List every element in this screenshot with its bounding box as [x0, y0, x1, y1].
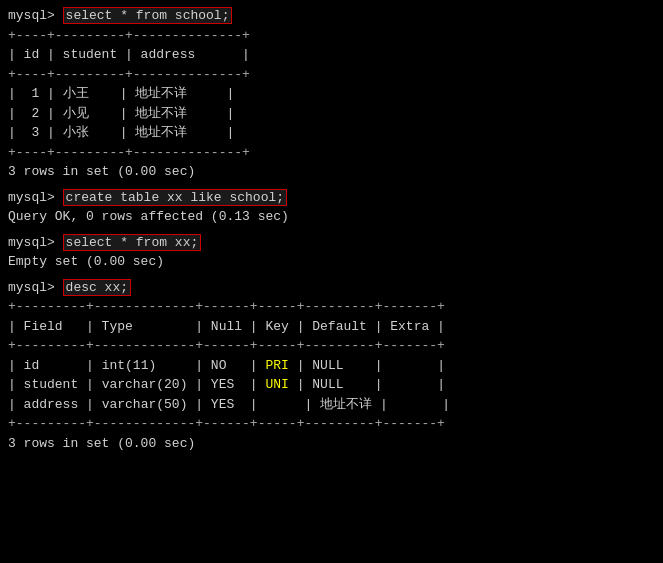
- line-1: mysql> select * from school;: [8, 6, 655, 26]
- sep-1: +----+---------+--------------+: [8, 26, 655, 46]
- row-2: | 2 | 小见 | 地址不详 |: [8, 104, 655, 124]
- result-2: 3 rows in set (0.00 sec): [8, 434, 655, 454]
- result-1: 3 rows in set (0.00 sec): [8, 162, 655, 182]
- cmd-4: desc xx;: [63, 279, 131, 296]
- sep-3: +----+---------+--------------+: [8, 143, 655, 163]
- sep-2: +----+---------+--------------+: [8, 65, 655, 85]
- row-3: | 3 | 小张 | 地址不详 |: [8, 123, 655, 143]
- prompt-2: mysql>: [8, 190, 63, 205]
- prompt-4: mysql>: [8, 280, 63, 295]
- row-1: | 1 | 小王 | 地址不详 |: [8, 84, 655, 104]
- desc-row-address: | address | varchar(50) | YES | | 地址不详 |…: [8, 395, 655, 415]
- header-school: | id | student | address |: [8, 45, 655, 65]
- line-2: mysql> create table xx like school;: [8, 188, 655, 208]
- terminal: mysql> select * from school; +----+-----…: [8, 6, 655, 453]
- cmd-3: select * from xx;: [63, 234, 202, 251]
- empty-set: Empty set (0.00 sec): [8, 252, 655, 272]
- desc-sep-2: +---------+-------------+------+-----+--…: [8, 336, 655, 356]
- desc-row-id: | id | int(11) | NO | PRI | NULL | |: [8, 356, 655, 376]
- desc-row-student: | student | varchar(20) | YES | UNI | NU…: [8, 375, 655, 395]
- cmd-2: create table xx like school;: [63, 189, 287, 206]
- line-3: mysql> select * from xx;: [8, 233, 655, 253]
- ok-line: Query OK, 0 rows affected (0.13 sec): [8, 207, 655, 227]
- desc-header: | Field | Type | Null | Key | Default | …: [8, 317, 655, 337]
- desc-sep-1: +---------+-------------+------+-----+--…: [8, 297, 655, 317]
- line-4: mysql> desc xx;: [8, 278, 655, 298]
- desc-sep-3: +---------+-------------+------+-----+--…: [8, 414, 655, 434]
- prompt-1: mysql>: [8, 8, 63, 23]
- prompt-3: mysql>: [8, 235, 63, 250]
- cmd-1: select * from school;: [63, 7, 233, 24]
